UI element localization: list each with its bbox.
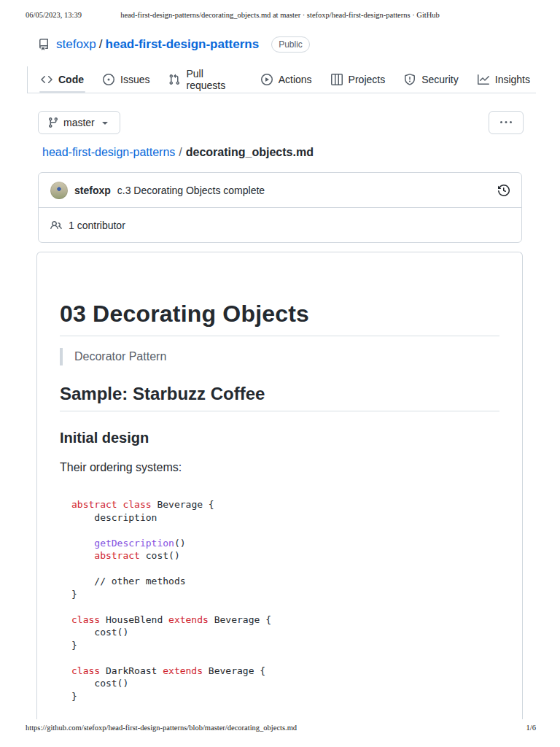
document-title: head-first-design-patterns/decorating_ob…	[0, 11, 560, 19]
repo-name-link[interactable]: head-first-design-patterns	[106, 37, 260, 51]
tab-projects[interactable]: Projects	[325, 68, 392, 91]
commit-message-link[interactable]: c.3 Decorating Objects complete	[117, 185, 265, 196]
public-badge: Public	[271, 36, 310, 53]
graph-icon	[478, 74, 489, 85]
file-toolbar: master	[38, 111, 524, 134]
branch-label: master	[63, 117, 95, 128]
more-options-button[interactable]	[489, 111, 524, 134]
people-icon	[50, 220, 62, 231]
tab-actions[interactable]: Actions	[255, 68, 318, 91]
print-header: 06/05/2023, 13:39 head-first-design-patt…	[0, 11, 560, 21]
repo-title-separator: /	[96, 37, 106, 51]
repo-header: stefoxp/head-first-design-patterns Publi…	[38, 36, 310, 53]
code-icon	[41, 74, 52, 85]
article-title: 03 Decorating Objects	[60, 299, 499, 336]
blockquote: Decorator Pattern	[60, 348, 499, 365]
tab-code[interactable]: Code	[35, 68, 90, 91]
repo-title: stefoxp/head-first-design-patterns	[56, 37, 259, 52]
footer-url: https://github.com/stefoxp/head-first-de…	[26, 724, 297, 732]
shield-icon	[404, 74, 416, 85]
tab-pull-requests[interactable]: Pull requests	[163, 62, 247, 97]
section-heading: Sample: Starbuzz Coffee	[60, 383, 499, 411]
breadcrumb-separator: /	[175, 146, 185, 158]
kebab-icon	[500, 117, 512, 128]
print-footer: https://github.com/stefoxp/head-first-de…	[0, 724, 560, 734]
subsection-heading: Initial design	[60, 429, 499, 447]
branch-icon	[47, 117, 59, 128]
history-icon	[498, 185, 510, 196]
tab-security[interactable]: Security	[398, 68, 464, 91]
repo-nav: Code Issues Pull requests Actions Projec…	[27, 66, 536, 93]
projects-icon	[331, 74, 343, 85]
commit-history-button[interactable]	[498, 185, 510, 196]
breadcrumb-file-name: decorating_objects.md	[186, 146, 314, 158]
repo-owner-link[interactable]: stefoxp	[56, 37, 96, 51]
avatar[interactable]	[50, 182, 68, 199]
breadcrumb: head-first-design-patterns/decorating_ob…	[42, 144, 314, 160]
code-block: abstract class Beverage { description ge…	[60, 488, 499, 713]
repo-icon	[38, 39, 50, 50]
markdown-card: 03 Decorating Objects Decorator Pattern …	[36, 252, 523, 719]
tab-insights[interactable]: Insights	[472, 68, 536, 91]
breadcrumb-repo-link[interactable]: head-first-design-patterns	[42, 146, 175, 158]
actions-icon	[261, 74, 273, 85]
issue-icon	[103, 74, 114, 85]
contributors-link[interactable]: 1 contributor	[69, 220, 125, 231]
pull-request-icon	[168, 74, 180, 85]
branch-selector-button[interactable]: master	[38, 111, 120, 134]
latest-commit-row: stefoxp c.3 Decorating Objects complete	[39, 173, 521, 207]
commit-author-link[interactable]: stefoxp	[74, 185, 111, 196]
code-content: abstract class Beverage { description ge…	[71, 499, 271, 702]
commit-box: stefoxp c.3 Decorating Objects complete …	[38, 172, 522, 243]
triangle-down-icon	[99, 117, 111, 128]
page-number: 1/6	[526, 724, 536, 732]
paragraph: Their ordering systems:	[60, 459, 499, 476]
tab-issues[interactable]: Issues	[97, 68, 155, 91]
contributors-row: 1 contributor	[39, 207, 521, 242]
